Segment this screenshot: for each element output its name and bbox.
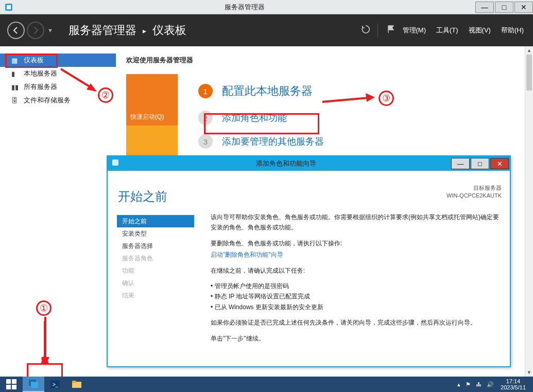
sidebar-item-dashboard[interactable]: ▦ 仪表板 [0,54,116,67]
wizard-nav-confirmation: 确认 [117,277,194,289]
taskbar: >_ ▴ ⚑ 🖧 🔊 17:14 2023/5/11 [0,377,533,392]
add-roles-wizard-dialog: 添加角色和功能向导 — □ ✕ 开始之前 目标服务器 WIN-QCPCE2KAU… [107,155,511,367]
minimize-button[interactable]: — [475,2,494,13]
clock-date: 2023/5/11 [501,384,526,390]
svg-rect-14 [12,379,16,384]
start-button[interactable] [0,377,23,392]
window-titlebar: 服务器管理器 — □ ✕ [0,0,533,14]
svg-rect-22 [72,381,76,383]
system-tray: ▴ ⚑ 🖧 🔊 17:14 2023/5/11 [455,378,533,390]
wizard-nav-install-type[interactable]: 安装类型 [117,227,194,240]
wizard-target-server: WIN-QCPCE2KAUTK [446,192,502,200]
sidebar-item-label: 仪表板 [24,56,44,65]
menu-manage[interactable]: 管理(M) [398,26,432,35]
menu-tools[interactable]: 工具(T) [431,26,463,35]
menu-help[interactable]: 帮助(H) [496,26,533,35]
wizard-content: 该向导可帮助你安装角色、角色服务或功能。你需要根据组织的计算要求(例如共享文档或… [211,212,501,349]
svg-rect-12 [112,159,118,166]
window-title: 服务器管理器 [14,3,474,12]
step-configure-local[interactable]: 1 配置此本地服务器 [198,79,324,103]
step-number: 3 [198,134,213,149]
maximize-button[interactable]: □ [495,2,513,13]
svg-rect-15 [6,385,11,389]
breadcrumb: 服务器管理器 ▸ 仪表板 [68,23,186,38]
svg-text:>_: >_ [53,382,59,387]
secondary-tile[interactable] [126,126,178,156]
wizard-heading: 开始之前 [118,188,167,205]
wizard-p3: 在继续之前，请确认完成以下任务: [211,265,501,276]
servers-icon: ▮▮ [11,83,21,91]
wizard-maximize-button[interactable]: □ [471,158,489,169]
svg-rect-1 [7,5,11,9]
scroll-down-arrow[interactable]: ▼ [525,368,533,377]
tray-up-icon[interactable]: ▴ [455,381,463,388]
quick-start-tile[interactable]: 快速启动(Q) [126,74,178,126]
step-label: 添加角色和功能 [222,112,287,124]
tray-flag-icon[interactable]: ⚑ [463,381,473,388]
step-label: 添加要管理的其他服务器 [222,135,324,148]
sidebar-item-label: 文件和存储服务 [24,96,71,105]
wizard-nav-server-selection[interactable]: 服务器选择 [117,240,194,252]
sidebar-item-local-server[interactable]: ▮ 本地服务器 [0,67,116,80]
wizard-p5: 单击"下一步"继续。 [211,333,501,344]
refresh-icon[interactable] [358,25,372,37]
vertical-scrollbar[interactable]: ▲ ▼ [525,46,533,377]
svg-rect-16 [12,385,16,389]
taskbar-server-manager[interactable] [23,377,44,392]
svg-rect-13 [6,379,11,384]
server-icon: ▮ [11,70,21,78]
close-button[interactable]: ✕ [514,2,533,13]
wizard-target-label: 目标服务器 [446,184,502,192]
welcome-heading: 欢迎使用服务器管理器 [116,46,533,74]
wizard-icon [110,159,121,168]
menu-view[interactable]: 视图(V) [463,26,496,35]
tray-network-icon[interactable]: 🖧 [473,381,484,387]
wizard-nav-results: 结果 [117,289,194,301]
sidebar-item-label: 所有服务器 [24,82,57,92]
step-add-roles[interactable]: 2 添加角色和功能 [198,106,324,130]
app-icon [3,2,14,13]
breadcrumb-current[interactable]: 仪表板 [152,24,186,37]
wizard-remove-roles-link[interactable]: 启动"删除角色和功能"向导 [211,251,283,258]
sidebar-item-all-servers[interactable]: ▮▮ 所有服务器 [0,80,116,94]
wizard-target: 目标服务器 WIN-QCPCE2KAUTK [446,184,502,200]
quick-start-label: 快速启动(Q) [130,113,164,121]
wizard-p4: 如果你必须验证是否已完成上述任何先决条件，请关闭向导，完成这些步骤，然后再次运行… [211,317,501,328]
scroll-up-arrow[interactable]: ▲ [525,46,533,55]
nav-dropdown-icon[interactable]: ▼ [47,27,53,33]
wizard-bullet: 静态 IP 地址等网络设置已配置完成 [211,291,501,301]
storage-icon: 🗄 [11,97,21,104]
wizard-nav-server-roles: 服务器角色 [117,252,194,264]
wizard-nav-features: 功能 [117,264,194,277]
wizard-title: 添加角色和功能向导 [121,159,451,168]
wizard-p1: 该向导可帮助你安装角色、角色服务或功能。你需要根据组织的计算要求(例如共享文档或… [211,212,501,233]
tray-volume-icon[interactable]: 🔊 [484,381,496,388]
wizard-close-button[interactable]: ✕ [490,158,509,169]
app-header: ▼ 服务器管理器 ▸ 仪表板 管理(M) 工具(T) 视图(V) 帮助(H) [0,14,533,46]
scroll-thumb[interactable] [526,55,532,91]
breadcrumb-root[interactable]: 服务器管理器 [68,24,136,37]
sidebar: ▦ 仪表板 ▮ 本地服务器 ▮▮ 所有服务器 🗄 文件和存储服务 ▷ [0,46,116,377]
wizard-titlebar[interactable]: 添加角色和功能向导 — □ ✕ [108,156,510,171]
back-button[interactable] [7,22,25,39]
wizard-nav: 开始之前 安装类型 服务器选择 服务器角色 功能 确认 结果 [117,215,194,301]
chevron-right-icon: ▷ [107,97,111,104]
wizard-bullet: 已从 Windows 更新安装最新的安全更新 [211,302,501,312]
wizard-p2: 要删除角色、角色服务或功能，请执行以下操作: [211,238,501,248]
step-number: 1 [198,84,213,98]
taskbar-explorer[interactable] [66,377,88,392]
step-add-servers[interactable]: 3 添加要管理的其他服务器 [198,130,324,153]
svg-rect-18 [31,382,38,388]
step-label: 配置此本地服务器 [222,83,313,99]
wizard-body: 开始之前 目标服务器 WIN-QCPCE2KAUTK 开始之前 安装类型 服务器… [108,171,510,366]
step-number: 2 [198,111,213,125]
wizard-nav-before-you-begin[interactable]: 开始之前 [117,215,194,227]
clock-time: 17:14 [501,378,526,384]
dashboard-icon: ▦ [11,57,21,64]
wizard-minimize-button[interactable]: — [451,158,470,169]
system-clock[interactable]: 17:14 2023/5/11 [496,378,530,390]
wizard-bullet: 管理员帐户使用的是强密码 [211,281,501,291]
taskbar-powershell[interactable]: >_ [44,377,66,392]
flag-icon[interactable] [383,25,398,37]
sidebar-item-file-storage[interactable]: 🗄 文件和存储服务 ▷ [0,94,116,107]
